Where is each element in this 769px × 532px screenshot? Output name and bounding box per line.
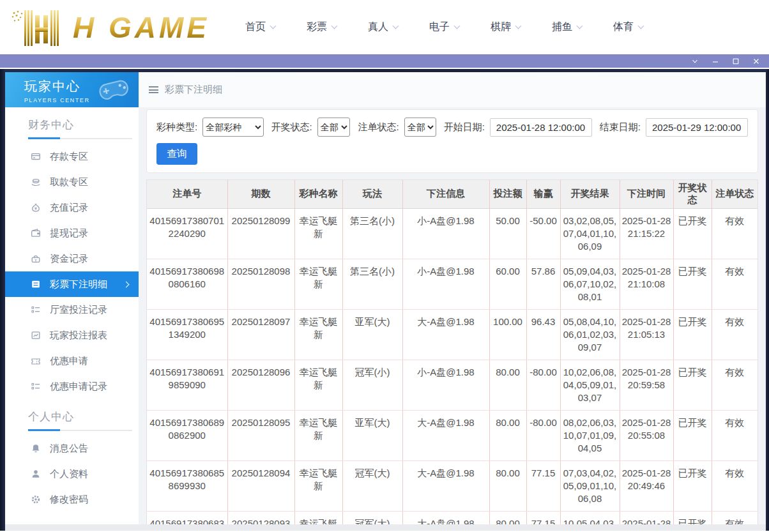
sidebar-item-hall-bet-records[interactable]: 厅室投注记录 [5,297,139,323]
notice-icon [31,443,41,453]
table-cell: 60.00 [489,259,526,309]
promo-record-icon [31,381,41,391]
draw-status-select[interactable]: 全部 [317,118,351,137]
sidebar-section-title: 财务中心 [28,118,139,132]
table-cell: 08,02,06,03,10,07,01,09,04,05 [560,410,620,460]
sidebar-item-label: 消息公告 [50,443,88,455]
sidebar: 玩家中心 PLAYERS CENTER 财务中心存款专区取款专区充值记录提现记录… [5,72,139,524]
search-button[interactable]: 查询 [156,143,197,165]
sidebar-item-profile[interactable]: 个人资料 [5,461,139,487]
menu-toggle-icon[interactable] [149,86,158,93]
column-header: 期数 [227,180,294,208]
nav-item-home[interactable]: 首页 [245,20,275,34]
sidebar-item-recharge-records[interactable]: 充值记录 [5,195,139,220]
table-cell: 幸运飞艇新 [294,259,342,309]
nav-item-label: 彩票 [307,20,327,34]
table-cell: 亚军(大) [342,309,402,360]
sidebar-item-funds-records[interactable]: 资金记录 [5,246,139,271]
sidebar-item-change-password[interactable]: 修改密码 [5,487,139,512]
nav-item-fishing[interactable]: 捕鱼 [552,20,582,34]
site-logo[interactable]: H GAME [8,8,215,47]
table-cell: 07,03,04,02,05,09,01,10,06,08 [560,460,620,511]
nav-item-live[interactable]: 真人 [368,20,398,34]
lottery-bet-detail-icon [31,279,41,289]
table-row: 40156917380689086290020250128095幸运飞艇新亚军(… [147,410,758,460]
profile-icon [31,469,41,479]
chevron-down-icon[interactable] [690,57,699,65]
logo-text: H GAME [73,13,215,42]
column-header: 注单状态 [712,180,758,208]
table-cell: 有效 [712,309,758,360]
nav-item-lottery[interactable]: 彩票 [307,20,337,34]
withdrawal-record-icon [31,228,41,238]
nav-item-slots[interactable]: 电子 [429,20,459,34]
lottery-type-select[interactable]: 全部彩种 [202,118,263,137]
recharge-record-icon [31,202,41,213]
table-row: 40156917380683017093020250128093幸运飞艇新冠军(… [147,511,758,524]
end-date-input[interactable] [646,118,748,137]
sidebar-item-withdraw[interactable]: 取款专区 [5,169,139,195]
password-icon [31,494,41,505]
window-title-bar [0,54,769,69]
table-cell: 20250128098 [227,259,294,309]
maximize-icon[interactable] [731,57,740,65]
table-cell: 401569173806919859090 [147,360,227,410]
table-cell: 401569173806858699930 [147,460,227,511]
sidebar-menu: 财务中心存款专区取款专区充值记录提现记录资金记录彩票下注明细厅室投注记录玩家投注… [5,118,139,524]
sidebar-item-label: 存款专区 [50,151,88,163]
table-cell: 80.00 [489,511,526,524]
table-cell: 80.00 [489,460,526,511]
table-cell: 401569173806890862900 [147,410,227,460]
start-date-label: 开始日期: [444,121,485,133]
nav-item-label: 真人 [368,20,388,34]
sidebar-item-notices[interactable]: 消息公告 [5,436,139,461]
table-cell: 幸运飞艇新 [294,410,342,460]
table-head: 注单号期数彩种名称玩法下注信息投注额输赢开奖结果下注时间开奖状态注单状态 [147,180,758,208]
bets-table: 注单号期数彩种名称玩法下注信息投注额输赢开奖结果下注时间开奖状态注单状态 401… [147,180,758,524]
sidebar-item-deposit[interactable]: 存款专区 [5,144,139,169]
table-cell: 亚军(大) [342,410,402,460]
column-header: 下注时间 [620,180,673,208]
table-cell: 20250128094 [227,460,294,511]
table-cell: 已开奖 [673,360,712,410]
sidebar-item-lottery-bet-details[interactable]: 彩票下注明细 [5,271,139,297]
close-icon[interactable] [752,57,760,65]
table-cell: 2025-01-28 20:59:58 [620,360,673,410]
sidebar-item-label: 提现记录 [50,227,88,239]
page-title: 彩票下注明细 [165,84,222,96]
nav-item-label: 捕鱼 [552,20,572,34]
chevron-down-icon [515,23,522,29]
sidebar-item-label: 玩家投注报表 [50,330,107,342]
table-cell: 有效 [712,511,758,524]
promo-apply-icon [31,356,41,366]
sidebar-item-promo-apply[interactable]: 优惠申请 [5,348,139,374]
table-cell: -50.00 [526,208,560,259]
minimize-icon[interactable] [711,57,719,65]
table-cell: 05,08,04,10,06,01,02,03,09,07 [560,309,620,360]
logo-mark-icon [8,8,69,47]
chevron-down-icon [454,23,461,29]
main-nav: 首页彩票真人电子棋牌捕鱼体育 [245,20,643,34]
column-header: 注单号 [147,180,227,208]
nav-item-board-games[interactable]: 棋牌 [491,20,521,34]
table-cell: 2025-01-28 21:15:22 [620,208,673,259]
table-cell: 冠军(大) [342,511,402,524]
table-cell: 03,02,08,05,07,04,01,10,06,09 [560,208,620,259]
sidebar-item-withdrawal-records[interactable]: 提现记录 [5,220,139,246]
start-date-input[interactable] [490,118,592,137]
table-cell: 幸运飞艇新 [294,511,342,524]
table-cell: 冠军(小) [342,360,402,410]
table-cell: 100.00 [489,309,526,360]
sidebar-item-label: 彩票下注明细 [50,278,107,291]
table-cell: 401569173806980806160 [147,259,227,309]
sidebar-item-label: 个人资料 [50,468,88,480]
table-row: 40156917380691985909020250128096幸运飞艇新冠军(… [147,360,758,410]
table-cell: 2025-01-28 20:49:46 [620,460,673,511]
sidebar-section-title: 代理中心 [28,522,139,524]
sidebar-item-label: 充值记录 [50,202,88,214]
sidebar-item-player-bet-report[interactable]: 玩家投注报表 [5,323,139,348]
order-status-select[interactable]: 全部 [404,118,436,137]
table-cell: 2025-01-28 21:05:13 [620,309,673,360]
nav-item-sports[interactable]: 体育 [613,20,643,34]
sidebar-item-promo-apply-records[interactable]: 优惠申请记录 [5,374,139,399]
